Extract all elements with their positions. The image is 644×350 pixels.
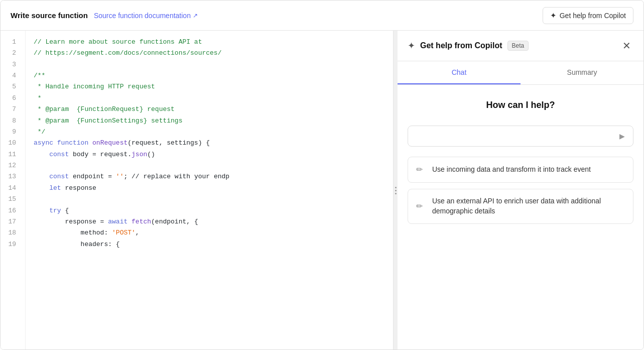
code-line: // https://segment.com/docs/connections/… bbox=[34, 48, 385, 59]
tab-chat-label: Chat bbox=[452, 68, 467, 76]
code-token: let bbox=[34, 183, 65, 194]
drag-handle[interactable] bbox=[394, 31, 398, 350]
get-help-copilot-button[interactable]: ✦ Get help from Copilot bbox=[543, 7, 633, 24]
copilot-header-icon: ✦ bbox=[408, 40, 415, 51]
line-number: 5 bbox=[1, 82, 20, 93]
suggestions: ✏ Use incoming data and transform it int… bbox=[408, 157, 633, 224]
code-token: body = request. bbox=[73, 150, 132, 160]
line-number: 4 bbox=[1, 70, 20, 81]
code-token: , bbox=[136, 228, 140, 239]
code-token: * @param {FunctionSettings} settings bbox=[34, 116, 182, 127]
line-number: 14 bbox=[1, 183, 20, 194]
send-icon: ▶ bbox=[619, 132, 625, 140]
tab-summary-label: Summary bbox=[567, 68, 597, 76]
code-line: * @param {FunctionRequest} request bbox=[34, 104, 385, 115]
beta-badge: Beta bbox=[507, 41, 529, 51]
line-number: 19 bbox=[1, 239, 20, 250]
code-line: const endpoint = ''; // replace with you… bbox=[34, 172, 385, 183]
code-token: fetch bbox=[132, 217, 151, 227]
line-number: 11 bbox=[1, 149, 20, 160]
line-number: 1 bbox=[1, 37, 20, 48]
code-token: /** bbox=[34, 71, 45, 81]
code-area: 12345678910111213141516171819 // Learn m… bbox=[1, 31, 394, 350]
main-layout: 12345678910111213141516171819 // Learn m… bbox=[1, 31, 643, 350]
code-line: * @param {FunctionSettings} settings bbox=[34, 115, 385, 127]
suggestion-text-2: Use an external API to enrich user data … bbox=[432, 196, 625, 216]
copilot-panel-title: Get help from Copilot bbox=[420, 41, 502, 50]
code-token: (endpoint, { bbox=[151, 217, 198, 227]
line-number: 9 bbox=[1, 127, 20, 138]
code-token: endpoint = bbox=[73, 172, 116, 182]
code-token: 'POST' bbox=[112, 228, 136, 239]
code-token: { bbox=[65, 206, 69, 216]
code-token: * Handle incoming HTTP request bbox=[34, 82, 155, 92]
line-number: 12 bbox=[1, 160, 20, 171]
line-number: 2 bbox=[1, 48, 20, 59]
code-line: async function onRequest(request, settin… bbox=[34, 138, 385, 149]
line-number: 18 bbox=[1, 228, 20, 239]
copilot-button-label: Get help from Copilot bbox=[560, 12, 626, 20]
copilot-panel: ✦ Get help from Copilot Beta ✕ Chat Summ… bbox=[398, 31, 643, 350]
code-token: await bbox=[108, 217, 132, 227]
code-token: method: bbox=[34, 228, 112, 239]
line-number: 7 bbox=[1, 104, 20, 115]
line-number: 6 bbox=[1, 93, 20, 104]
code-token: onRequest bbox=[92, 138, 127, 149]
code-content[interactable]: // Learn more about source functions API… bbox=[26, 31, 393, 350]
code-line: const body = request.json() bbox=[34, 149, 385, 160]
code-token: * bbox=[34, 93, 42, 104]
suggestion-text-1: Use incoming data and transform it into … bbox=[432, 165, 591, 175]
code-line bbox=[34, 160, 385, 171]
tab-chat[interactable]: Chat bbox=[398, 61, 521, 84]
top-bar-right: ✦ Get help from Copilot bbox=[543, 7, 633, 24]
code-line: */ bbox=[34, 127, 385, 138]
suggestion-item-2[interactable]: ✏ Use an external API to enrich user dat… bbox=[408, 189, 633, 223]
drag-dot bbox=[395, 190, 397, 191]
code-token: (request, settings) { bbox=[127, 138, 210, 149]
code-token: const bbox=[34, 150, 73, 160]
suggestion-icon-1: ✏ bbox=[416, 164, 426, 175]
code-line bbox=[34, 194, 385, 205]
drag-dot bbox=[395, 193, 397, 194]
external-link-icon: ↗ bbox=[193, 12, 198, 19]
code-token: async function bbox=[34, 138, 92, 149]
suggestion-item-1[interactable]: ✏ Use incoming data and transform it int… bbox=[408, 157, 633, 183]
top-bar: Write source function Source function do… bbox=[1, 1, 643, 31]
suggestion-icon-2: ✏ bbox=[416, 201, 426, 212]
line-number: 16 bbox=[1, 205, 20, 216]
code-token: () bbox=[147, 150, 155, 160]
code-line bbox=[34, 59, 385, 70]
code-line: let response bbox=[34, 183, 385, 194]
code-token: */ bbox=[34, 127, 45, 138]
code-line: * Handle incoming HTTP request bbox=[34, 82, 385, 93]
doc-link[interactable]: Source function documentation ↗ bbox=[94, 12, 198, 20]
line-number: 8 bbox=[1, 115, 20, 127]
code-token: response bbox=[65, 183, 96, 194]
code-editor: 12345678910111213141516171819 // Learn m… bbox=[1, 31, 393, 350]
send-button[interactable]: ▶ bbox=[615, 128, 629, 144]
page-title: Write source function bbox=[11, 11, 88, 20]
line-number: 13 bbox=[1, 172, 20, 183]
chat-content: How can I help? ▶ ✏ Use incoming data an… bbox=[398, 85, 643, 350]
chat-input[interactable] bbox=[414, 126, 615, 146]
line-number: 17 bbox=[1, 216, 20, 227]
code-line: // Learn more about source functions API… bbox=[34, 37, 385, 48]
top-bar-left: Write source function Source function do… bbox=[11, 11, 198, 20]
code-token: json bbox=[132, 150, 147, 160]
code-token: try bbox=[34, 206, 65, 216]
code-token: ; // replace with your endp bbox=[123, 172, 229, 182]
code-line: /** bbox=[34, 70, 385, 81]
code-token: * @param {FunctionRequest} request bbox=[34, 104, 175, 115]
close-panel-button[interactable]: ✕ bbox=[619, 39, 633, 53]
tab-summary[interactable]: Summary bbox=[521, 61, 643, 84]
tabs: Chat Summary bbox=[398, 61, 643, 85]
drag-dots bbox=[395, 187, 397, 194]
close-icon: ✕ bbox=[622, 40, 631, 52]
copilot-header-left: ✦ Get help from Copilot Beta bbox=[408, 40, 529, 51]
code-token: const bbox=[34, 172, 73, 182]
code-token: // Learn more about source functions API… bbox=[34, 37, 202, 48]
code-token: '' bbox=[116, 172, 124, 182]
line-numbers: 12345678910111213141516171819 bbox=[1, 31, 26, 350]
doc-link-text: Source function documentation bbox=[94, 12, 191, 20]
code-line: response = await fetch(endpoint, { bbox=[34, 216, 385, 227]
